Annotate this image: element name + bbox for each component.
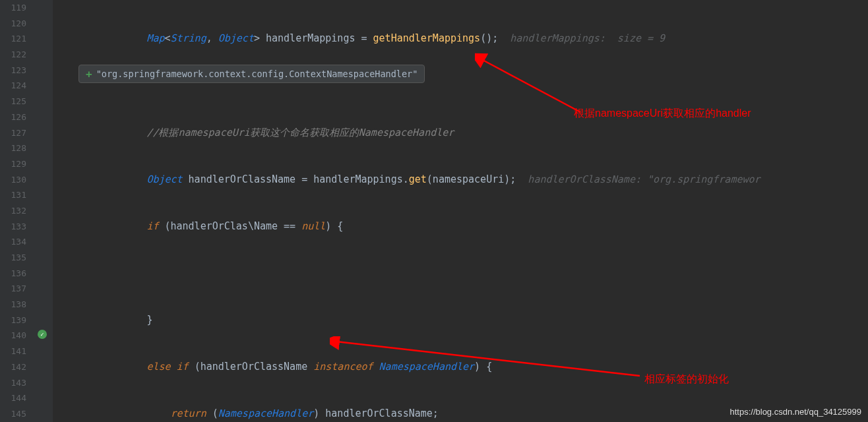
line-number-gutter: 119120 121122 123124 125126 127128 12913… <box>0 0 32 422</box>
code-editor[interactable]: 119120 121122 123124 125126 127128 12913… <box>0 0 868 422</box>
expression-value-popup[interactable]: + "org.springframework.context.config.Co… <box>78 65 425 83</box>
breakpoint-pass-icon[interactable] <box>38 330 47 339</box>
code-area[interactable]: Map<String, Object> handlerMappings = ge… <box>71 0 868 422</box>
plus-icon: + <box>86 68 92 80</box>
watermark: https://blog.csdn.net/qq_34125999 <box>730 407 862 417</box>
annotation-text-2: 相应标签的初始化 <box>644 373 729 386</box>
popup-text: "org.springframework.context.config.Cont… <box>96 69 418 79</box>
fold-gutter <box>53 0 71 422</box>
marker-gutter <box>32 0 53 422</box>
annotation-text-1: 根据namespaceUri获取相应的handler <box>574 107 751 121</box>
